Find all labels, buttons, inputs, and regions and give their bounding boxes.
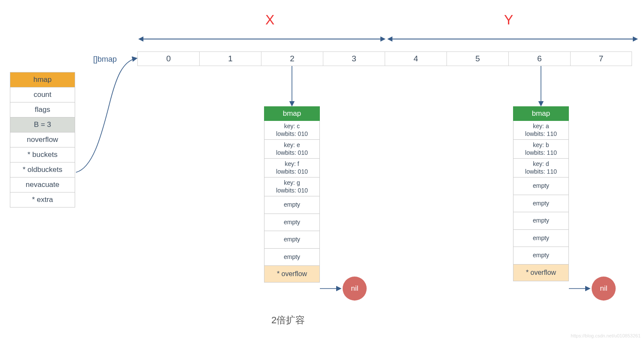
bucket-bmap-y: bmapkey: a lowbits: 110key: b lowbits: 1… xyxy=(513,106,569,281)
range-x-label: X xyxy=(265,12,274,28)
y-range-arrow-left-icon xyxy=(387,36,392,42)
hmap-field-cell: * buckets xyxy=(10,147,75,162)
bmap-empty-slot: empty xyxy=(264,249,320,266)
hmap-field-cell: * oldbuckets xyxy=(10,162,75,178)
bucket-index-cell: 6 xyxy=(508,51,570,66)
overflow-y-to-nil-arrow xyxy=(569,285,595,294)
overflow-x-to-nil-arrow xyxy=(320,285,346,294)
bucket-bmap-x: bmapkey: c lowbits: 010key: e lowbits: 0… xyxy=(264,106,320,283)
hmap-header-cell: hmap xyxy=(10,72,75,87)
x-range-line xyxy=(143,39,380,39)
bucket-index-cell: 0 xyxy=(137,51,199,66)
bmap-key-slot: key: c lowbits: 010 xyxy=(264,121,320,140)
buckets-pointer-curve xyxy=(75,52,144,177)
diagram-caption: 2倍扩容 xyxy=(271,314,305,327)
bucket-index-cell: 5 xyxy=(447,51,508,66)
bmap-overflow-cell: * overflow xyxy=(264,266,320,283)
y-range-arrow-right-icon xyxy=(633,36,638,42)
bmap-key-slot: key: d lowbits: 110 xyxy=(513,159,569,178)
bucket-index-cell: 2 xyxy=(261,51,323,66)
hmap-struct-table: hmapcountflagsB = 3noverflow* buckets* o… xyxy=(10,72,75,208)
bucket-index-cell: 7 xyxy=(570,51,632,66)
range-y-label: Y xyxy=(504,12,513,28)
bmap-key-slot: key: f lowbits: 010 xyxy=(264,159,320,178)
bucket-index-cell: 1 xyxy=(199,51,261,66)
hmap-field-cell: nevacuate xyxy=(10,178,75,193)
hmap-field-cell: B = 3 xyxy=(10,117,75,132)
watermark-text: https://blog.csdn.net/u010853261 xyxy=(571,333,641,338)
x-range-arrow-left-icon xyxy=(138,36,143,42)
hmap-field-cell: * extra xyxy=(10,193,75,208)
bmap-empty-slot: empty xyxy=(513,247,569,265)
bmap-header-cell: bmap xyxy=(513,106,569,121)
bmap-empty-slot: empty xyxy=(513,178,569,195)
bmap-empty-slot: empty xyxy=(513,195,569,213)
x-range-arrow-right-icon xyxy=(380,36,386,42)
bmap-empty-slot: empty xyxy=(264,214,320,232)
bmap-key-slot: key: a lowbits: 110 xyxy=(513,121,569,140)
nil-node-y: nil xyxy=(592,277,616,301)
y-range-line xyxy=(392,39,633,39)
bucket-index-cell: 3 xyxy=(323,51,385,66)
bmap-key-slot: key: b lowbits: 110 xyxy=(513,140,569,159)
buckets-array-label: []bmap xyxy=(93,55,117,64)
bmap-key-slot: key: g lowbits: 010 xyxy=(264,178,320,196)
bucket-index-cell: 4 xyxy=(385,51,447,66)
bmap-empty-slot: empty xyxy=(264,196,320,214)
hmap-field-cell: count xyxy=(10,87,75,102)
bmap-empty-slot: empty xyxy=(513,230,569,247)
bmap-overflow-cell: * overflow xyxy=(513,265,569,281)
buckets-array-row: 01234567 xyxy=(137,51,632,66)
bucket2-to-bmap-arrow xyxy=(290,66,299,109)
nil-node-x: nil xyxy=(343,277,367,301)
bmap-header-cell: bmap xyxy=(264,106,320,121)
bmap-empty-slot: empty xyxy=(264,231,320,249)
bucket6-to-bmap-arrow xyxy=(539,66,548,109)
hmap-field-cell: flags xyxy=(10,102,75,117)
bmap-empty-slot: empty xyxy=(513,212,569,230)
hmap-field-cell: noverflow xyxy=(10,132,75,147)
bmap-key-slot: key: e lowbits: 010 xyxy=(264,140,320,159)
